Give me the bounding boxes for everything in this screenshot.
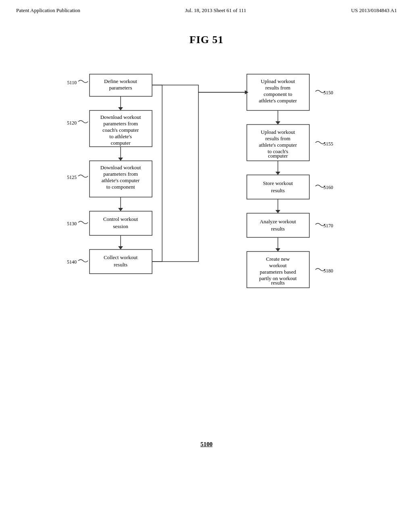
svg-text:athlete's computer: athlete's computer [259, 98, 297, 104]
flow-diagram: text { font-family: 'Times New Roman', T… [49, 62, 364, 425]
node-5125: 5125 Download workout parameters from at… [67, 161, 152, 197]
svg-text:5155: 5155 [323, 141, 333, 147]
svg-rect-56 [247, 213, 309, 237]
svg-text:computer: computer [268, 153, 288, 159]
svg-text:parameters: parameters [109, 85, 132, 91]
svg-text:Download workout: Download workout [100, 164, 141, 170]
svg-text:Analyze workout: Analyze workout [260, 218, 296, 224]
header-right: US 2013/0184843 A1 [351, 7, 397, 14]
node-5140: 5140 Collect workout results [67, 249, 152, 274]
node-5160: Store workout results 5160 [247, 175, 333, 199]
svg-text:5170: 5170 [323, 223, 333, 229]
page-header: Patent Application Publication Jul. 18, … [0, 0, 413, 14]
node-5150: Upload workout results from component to… [247, 74, 333, 110]
svg-text:parameters from: parameters from [103, 171, 138, 177]
svg-marker-49 [275, 172, 280, 175]
svg-text:parameters based: parameters based [260, 269, 296, 275]
svg-text:5180: 5180 [323, 268, 333, 274]
svg-text:5160: 5160 [323, 185, 333, 190]
svg-marker-5 [118, 107, 123, 110]
svg-text:parameters from: parameters from [103, 121, 138, 127]
svg-text:results: results [271, 187, 285, 193]
node-5120: 5120 Download workout parameters from co… [67, 110, 152, 147]
svg-text:Create new: Create new [266, 256, 290, 262]
svg-rect-50 [247, 175, 309, 199]
svg-text:5140: 5140 [67, 259, 77, 265]
svg-marker-40 [275, 121, 280, 125]
svg-text:athlete's computer: athlete's computer [102, 177, 140, 183]
svg-text:Collect workout: Collect workout [104, 254, 138, 260]
svg-text:to component: to component [106, 184, 135, 190]
node-5180: Create new workout parameters based part… [247, 251, 333, 288]
svg-marker-55 [275, 210, 280, 213]
svg-text:results: results [114, 262, 127, 268]
svg-text:5110: 5110 [67, 80, 77, 85]
figure-title: FIG 51 [0, 34, 413, 46]
node-5170: Analyze workout results 5170 [247, 213, 333, 237]
svg-text:computer: computer [111, 140, 131, 146]
svg-text:athlete's computer: athlete's computer [259, 142, 297, 148]
svg-text:workout: workout [269, 262, 287, 268]
figure-bottom-label: 5100 [0, 441, 413, 456]
svg-text:component to: component to [263, 91, 292, 97]
svg-text:results from: results from [265, 85, 290, 91]
svg-marker-22 [118, 208, 123, 211]
node-5130: 5130 Control workout session [67, 211, 152, 235]
diagram-container: text { font-family: 'Times New Roman', T… [0, 62, 413, 425]
svg-text:to athlete's: to athlete's [109, 133, 131, 139]
svg-text:results: results [271, 280, 285, 286]
node-5110: 5110 Define workout parameters [67, 74, 152, 96]
svg-marker-28 [118, 246, 123, 249]
svg-text:Upload workout: Upload workout [261, 78, 295, 84]
svg-line-69 [152, 85, 247, 92]
header-left: Patent Application Publication [16, 7, 80, 14]
svg-text:Define workout: Define workout [104, 78, 137, 84]
svg-text:5150: 5150 [323, 90, 333, 96]
svg-text:Control workout: Control workout [103, 216, 138, 222]
svg-text:5120: 5120 [67, 120, 77, 126]
svg-text:results: results [271, 226, 285, 232]
header-middle: Jul. 18, 2013 Sheet 61 of 111 [185, 7, 246, 14]
svg-marker-14 [118, 158, 123, 161]
svg-text:5125: 5125 [67, 175, 77, 180]
svg-text:Download workout: Download workout [100, 114, 141, 120]
svg-text:results from: results from [265, 135, 290, 141]
svg-text:session: session [113, 223, 128, 229]
svg-text:coach's computer: coach's computer [102, 127, 139, 133]
svg-text:Store workout: Store workout [263, 180, 293, 186]
node-5155: Upload workout results from athlete's co… [247, 125, 333, 161]
svg-text:Upload workout: Upload workout [261, 129, 295, 135]
svg-marker-61 [275, 248, 280, 251]
svg-text:5130: 5130 [67, 221, 77, 227]
